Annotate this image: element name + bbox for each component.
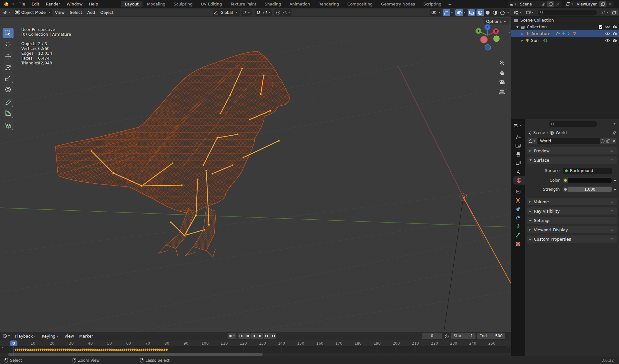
animate-color-dot[interactable] <box>614 180 616 181</box>
keyframe-frame-80[interactable] <box>165 348 169 351</box>
playhead-frame-badge[interactable]: 0 <box>10 340 17 346</box>
stopwatch-icon[interactable] <box>444 334 449 339</box>
tool-transform[interactable] <box>3 84 14 95</box>
proportional-falloff-dropdown[interactable] <box>282 9 291 16</box>
viewport-3d[interactable]: Object Mode View Select Add Object Globa… <box>0 8 511 332</box>
next-keyframe-button[interactable] <box>264 333 270 339</box>
menu-edit[interactable]: Edit <box>28 2 43 6</box>
pivot-point-dropdown[interactable] <box>241 9 252 16</box>
timeline-track[interactable] <box>0 347 511 353</box>
panel-preview[interactable]: ►Preview∷∷ <box>527 147 617 154</box>
timeline-right-edge-arrow[interactable]: ‹ <box>507 345 509 350</box>
outliner-row-armature[interactable]: ► Armature <box>511 30 619 37</box>
mode-dropdown[interactable]: Object Mode <box>14 9 53 16</box>
outliner-filter-button[interactable] <box>600 9 611 16</box>
properties-options-caret[interactable] <box>614 123 615 125</box>
fake-user-shield-button[interactable] <box>600 138 605 144</box>
show-hide-eye-icon[interactable] <box>430 9 437 16</box>
strength-slider[interactable]: 1.000 <box>568 187 612 192</box>
outliner-row-collection[interactable]: ▼ Collection <box>511 24 619 30</box>
-workspace-tab-geometry-nodes[interactable]: Geometry Nodes <box>377 1 419 7</box>
xray-toggle[interactable] <box>468 9 475 16</box>
shading-rendered-button[interactable] <box>499 9 506 16</box>
options-dropdown[interactable]: Options <box>484 18 509 24</box>
tool-move[interactable] <box>3 51 14 62</box>
world-color-swatch[interactable] <box>568 178 612 183</box>
timeline-left-edge-arrow[interactable]: › <box>1 345 3 350</box>
playback-menu[interactable]: Playback <box>12 334 39 339</box>
menu-render[interactable]: Render <box>43 2 64 6</box>
shading-solid-button[interactable] <box>484 9 491 16</box>
gizmo-minus-z-axis[interactable] <box>485 44 491 50</box>
sun-expand-arrow[interactable]: ► <box>521 39 524 42</box>
logo-menu-caret[interactable] <box>12 4 14 5</box>
sun-lamp[interactable] <box>444 194 511 332</box>
auto-key-button[interactable] <box>228 333 236 339</box>
viewlayer-name[interactable]: ViewLayer <box>574 2 599 6</box>
panel-volume[interactable]: ►Volume∷∷ <box>527 198 617 205</box>
snap-target-dropdown[interactable] <box>262 9 272 16</box>
transform-orientation-dropdown[interactable]: Global <box>213 9 240 16</box>
shading-material-button[interactable] <box>491 9 499 16</box>
scene-name[interactable]: Scene <box>517 2 540 6</box>
tool-cursor[interactable] <box>3 39 14 49</box>
view-menu[interactable]: View <box>53 10 67 15</box>
show-gizmo-toggle[interactable] <box>443 9 450 16</box>
new-collection-button[interactable] <box>611 10 618 15</box>
-workspace-tab-modeling[interactable]: Modeling <box>143 1 169 7</box>
-workspace-tab-shading[interactable]: Shading <box>261 1 285 7</box>
shading-wireframe-button[interactable] <box>477 9 484 16</box>
end-frame-field[interactable]: End500 <box>477 333 505 339</box>
tab-physics[interactable] <box>511 213 525 222</box>
outliner-row-sun[interactable]: ► Sun <box>511 37 619 44</box>
zoom-view-button[interactable] <box>498 59 506 67</box>
tab-render[interactable] <box>511 141 525 150</box>
timeline-editor-type-button[interactable] <box>1 333 12 339</box>
-workspace-tab-uv-editing[interactable]: UV Editing <box>197 1 226 7</box>
timeline-view-menu[interactable]: View <box>62 334 77 339</box>
blender-logo-icon[interactable] <box>3 2 9 6</box>
tool-add-cube[interactable] <box>3 120 14 131</box>
current-frame-field[interactable]: 0 <box>422 333 442 339</box>
menu-help[interactable]: Help <box>86 2 102 6</box>
tab-scene[interactable] <box>511 167 525 176</box>
properties-editor-type-button[interactable] <box>511 121 525 130</box>
tab-constraints[interactable] <box>511 205 525 213</box>
scene-selector[interactable]: Scene <box>508 1 562 7</box>
unlink-datablock-button[interactable] <box>611 138 616 144</box>
outliner-row-scene-collection[interactable]: Scene Collection <box>511 17 619 24</box>
unlink-scene-button[interactable] <box>554 1 561 7</box>
-workspace-tab-texture-paint[interactable]: Texture Paint <box>226 1 260 7</box>
jump-to-end-button[interactable] <box>270 333 276 339</box>
armature-expand-arrow[interactable]: ► <box>521 32 524 35</box>
-workspace-tab-sculpting[interactable]: Sculpting <box>170 1 196 7</box>
camera-view-button[interactable] <box>498 78 506 86</box>
tool-measure[interactable] <box>3 108 14 118</box>
start-frame-field[interactable]: Start1 <box>451 333 476 339</box>
editor-type-button[interactable] <box>1 9 13 16</box>
pan-view-button[interactable] <box>498 68 506 77</box>
viewlayer-selector[interactable]: ViewLayer <box>565 1 614 7</box>
navigation-gizmo[interactable]: Z X Y <box>470 23 502 55</box>
-workspace-tab-layout[interactable]: Layout <box>121 1 142 7</box>
breadcrumb-world[interactable]: World <box>555 130 566 135</box>
tab-collection[interactable] <box>511 187 525 196</box>
collection-checkbox-icon[interactable] <box>598 25 603 29</box>
collection-expand-arrow[interactable]: ▼ <box>516 25 519 29</box>
disable-render-camera-icon[interactable] <box>613 39 617 42</box>
tab-object-data[interactable] <box>511 222 525 231</box>
tool-scale[interactable] <box>3 73 14 84</box>
add-menu[interactable]: Add <box>85 10 98 15</box>
tab-view-layer[interactable] <box>511 158 525 167</box>
outliner-search-input[interactable] <box>538 10 597 15</box>
-workspace-tab-compositing[interactable]: Compositing <box>343 1 376 7</box>
tab-texture[interactable] <box>511 239 525 248</box>
play-button[interactable] <box>257 333 263 339</box>
surface-shader-button[interactable]: Background <box>563 168 612 174</box>
keying-menu[interactable]: Keying <box>39 334 62 339</box>
select-menu[interactable]: Select <box>67 10 85 15</box>
timeline-scrollbar[interactable] <box>8 353 263 356</box>
hide-eye-icon[interactable] <box>605 25 610 29</box>
menu-file[interactable]: File <box>15 2 28 6</box>
panel-settings[interactable]: ►Settings∷∷ <box>527 217 617 224</box>
